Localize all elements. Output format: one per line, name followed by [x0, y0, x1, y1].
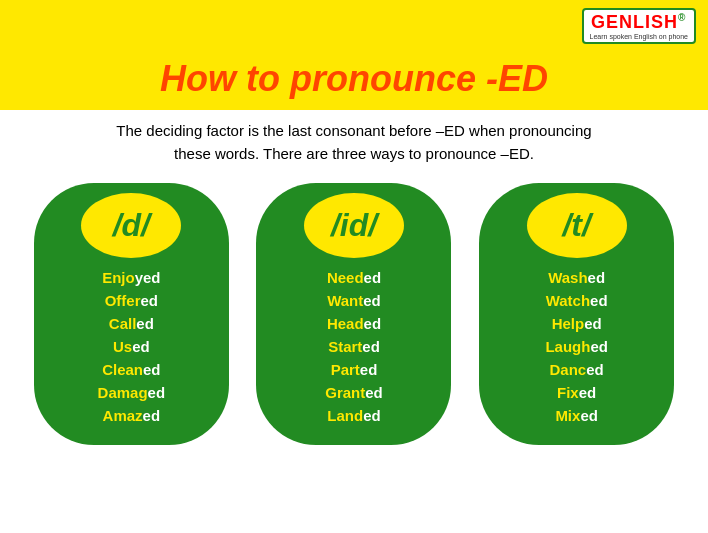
word-base-1-3: Start: [328, 338, 362, 355]
word-item-0-0: Enjoyed: [102, 269, 160, 286]
word-item-1-6: Landed: [327, 407, 380, 424]
word-base-2-4: Danc: [550, 361, 587, 378]
word-base-1-5: Grant: [325, 384, 365, 401]
card-label-0: /d/: [81, 193, 181, 258]
word-highlight-1-1: ed: [363, 292, 381, 309]
word-highlight-2-6: ed: [580, 407, 598, 424]
word-base-2-5: Fix: [557, 384, 579, 401]
word-base-1-1: Want: [327, 292, 363, 309]
word-base-2-0: Wash: [548, 269, 587, 286]
word-base-2-3: Laugh: [545, 338, 590, 355]
subtitle-line1: The deciding factor is the last consonan…: [20, 120, 688, 143]
word-item-0-4: Cleaned: [102, 361, 160, 378]
cards-row: /d/EnjoyedOfferedCalledUsedCleanedDamage…: [0, 183, 708, 445]
card-2: /t/WashedWatchedHelpedLaughedDancedFixed…: [479, 183, 674, 445]
word-highlight-1-4: ed: [360, 361, 378, 378]
card-1: /id/NeededWantedHeadedStartedPartedGrant…: [256, 183, 451, 445]
word-highlight-2-1: ed: [590, 292, 608, 309]
word-base-2-6: Mix: [555, 407, 580, 424]
card-label-text-1: /id/: [331, 207, 377, 244]
word-base-0-5: Damag: [98, 384, 148, 401]
logo-superscript: ®: [678, 12, 686, 23]
word-item-2-1: Watched: [546, 292, 608, 309]
word-base-1-6: Land: [327, 407, 363, 424]
word-item-1-4: Parted: [331, 361, 378, 378]
word-highlight-1-3: ed: [362, 338, 380, 355]
title-section: How to pronounce -ED: [0, 52, 708, 110]
word-item-0-5: Damaged: [98, 384, 166, 401]
word-highlight-2-4: ed: [586, 361, 604, 378]
word-highlight-0-5: ed: [148, 384, 166, 401]
card-label-2: /t/: [527, 193, 627, 258]
word-base-0-3: Us: [113, 338, 132, 355]
word-highlight-0-4: ed: [143, 361, 161, 378]
logo-main: GENLISH®: [591, 12, 686, 33]
word-item-0-6: Amazed: [103, 407, 161, 424]
card-label-text-0: /d/: [113, 207, 150, 244]
word-base-1-4: Part: [331, 361, 360, 378]
word-base-2-2: Help: [552, 315, 585, 332]
page-wrapper: GENLISH® Learn spoken English on phone H…: [0, 0, 708, 533]
word-highlight-2-0: ed: [588, 269, 606, 286]
word-highlight-0-6: ed: [143, 407, 161, 424]
word-base-0-6: Amaz: [103, 407, 143, 424]
word-item-2-0: Washed: [548, 269, 605, 286]
word-item-1-0: Needed: [327, 269, 381, 286]
card-label-1: /id/: [304, 193, 404, 258]
word-highlight-1-5: ed: [365, 384, 383, 401]
word-item-0-3: Used: [113, 338, 150, 355]
word-base-0-4: Clean: [102, 361, 143, 378]
word-highlight-1-0: ed: [364, 269, 382, 286]
word-item-1-5: Granted: [325, 384, 383, 401]
word-item-1-1: Wanted: [327, 292, 381, 309]
word-item-1-3: Started: [328, 338, 380, 355]
word-item-2-3: Laughed: [545, 338, 608, 355]
word-base-1-2: Head: [327, 315, 364, 332]
word-highlight-0-2: ed: [136, 315, 154, 332]
word-item-2-5: Fixed: [557, 384, 596, 401]
word-highlight-0-1: ed: [140, 292, 158, 309]
word-highlight-1-2: ed: [364, 315, 382, 332]
word-base-0-2: Call: [109, 315, 137, 332]
word-base-1-0: Need: [327, 269, 364, 286]
logo-gen: GEN: [591, 12, 633, 32]
card-0: /d/EnjoyedOfferedCalledUsedCleanedDamage…: [34, 183, 229, 445]
word-highlight-2-5: ed: [579, 384, 597, 401]
word-highlight-2-3: ed: [590, 338, 608, 355]
word-base-0-0: Enjo: [102, 269, 135, 286]
word-base-0-1: Offer: [105, 292, 141, 309]
word-item-0-2: Called: [109, 315, 154, 332]
top-bar: GENLISH® Learn spoken English on phone: [0, 0, 708, 52]
card-label-text-2: /t/: [562, 207, 590, 244]
word-item-2-6: Mixed: [555, 407, 598, 424]
word-item-2-4: Danced: [550, 361, 604, 378]
word-item-0-1: Offered: [105, 292, 158, 309]
logo-subtitle: Learn spoken English on phone: [590, 33, 688, 40]
word-highlight-0-3: ed: [132, 338, 150, 355]
logo-box: GENLISH® Learn spoken English on phone: [582, 8, 696, 44]
word-item-1-2: Headed: [327, 315, 381, 332]
word-item-2-2: Helped: [552, 315, 602, 332]
word-highlight-2-2: ed: [584, 315, 602, 332]
subtitle-line2: these words. There are three ways to pro…: [20, 143, 688, 166]
subtitle-section: The deciding factor is the last consonan…: [0, 110, 708, 179]
word-highlight-0-0: yed: [135, 269, 161, 286]
main-title: How to pronounce -ED: [0, 58, 708, 100]
word-highlight-1-6: ed: [363, 407, 381, 424]
word-base-2-1: Watch: [546, 292, 590, 309]
logo-lish: LISH: [633, 12, 678, 32]
